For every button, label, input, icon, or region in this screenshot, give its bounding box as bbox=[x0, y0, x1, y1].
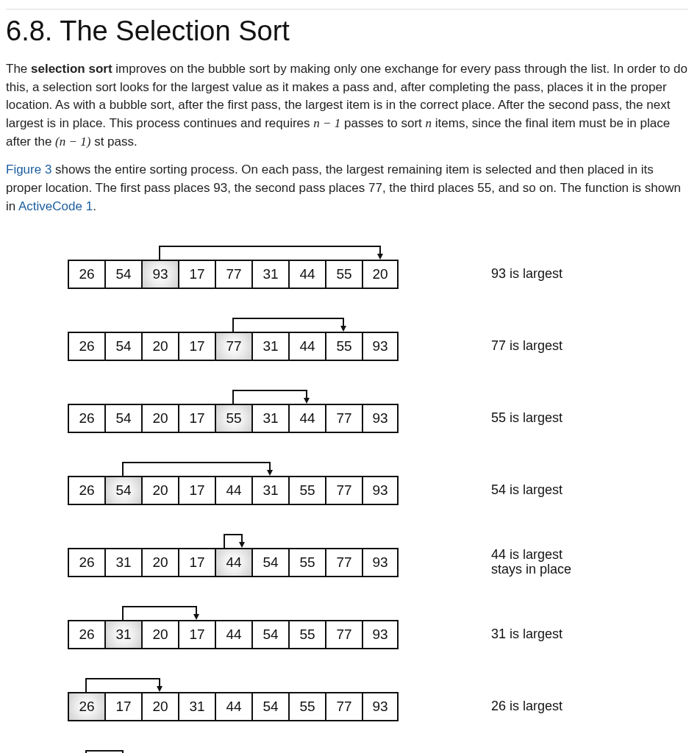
array-cell: 31 bbox=[104, 548, 141, 577]
text: passes to sort bbox=[340, 116, 425, 130]
array-cell: 93 bbox=[362, 692, 399, 721]
sort-pass-row: 20172631445555779320 is largest bbox=[68, 738, 626, 753]
array-cell: 54 bbox=[104, 260, 141, 289]
array-cell: 77 bbox=[325, 404, 362, 433]
figure-3-link[interactable]: Figure 3 bbox=[6, 163, 51, 176]
term-selection-sort: selection sort bbox=[31, 62, 113, 76]
pass-label: 44 is largest stays in place bbox=[491, 548, 571, 577]
svg-marker-3 bbox=[267, 470, 273, 476]
sort-pass-row: 26542017773144559377 is largest bbox=[68, 305, 626, 377]
array-cell: 55 bbox=[288, 476, 325, 505]
text: The bbox=[6, 62, 31, 76]
pass-label: 93 is largest bbox=[491, 260, 562, 289]
array-cell: 44 bbox=[215, 620, 251, 649]
swap-arrow-icon bbox=[68, 521, 450, 548]
array-cell: 26 bbox=[68, 404, 104, 433]
intro-paragraph-1: The selection sort improves on the bubbl… bbox=[6, 60, 688, 151]
pass-label: 31 is largest bbox=[491, 620, 562, 649]
array-cell: 17 bbox=[178, 620, 215, 649]
math-n-minus-1: n − 1 bbox=[313, 116, 340, 130]
pass-label: 55 is largest bbox=[491, 404, 562, 433]
array-boxes: 263120174454557793 bbox=[68, 620, 399, 649]
array-cell: 26 bbox=[68, 548, 104, 577]
array-boxes: 263120174454557793 bbox=[68, 548, 399, 577]
array-cell: 77 bbox=[325, 476, 362, 505]
array-cell: 26 bbox=[68, 332, 104, 361]
array-cell: 26 bbox=[68, 476, 104, 505]
array-cell: 17 bbox=[104, 692, 141, 721]
pass-label: 54 is largest bbox=[491, 476, 562, 505]
swap-arrow-icon bbox=[68, 377, 450, 404]
array-cell: 26 bbox=[68, 260, 104, 289]
array-cell: 93 bbox=[362, 332, 399, 361]
svg-marker-6 bbox=[157, 686, 162, 692]
array-cell: 54 bbox=[104, 404, 141, 433]
array-cell: 44 bbox=[288, 404, 325, 433]
text: . bbox=[93, 199, 96, 213]
array-cell: 20 bbox=[141, 548, 178, 577]
array-cell: 93 bbox=[362, 476, 399, 505]
array-cell: 93 bbox=[141, 260, 178, 289]
array-cell: 44 bbox=[288, 260, 325, 289]
array-cell: 54 bbox=[251, 620, 288, 649]
page-title: 6.8. The Selection Sort bbox=[6, 9, 688, 51]
sort-pass-row: 26542017553144779355 is largest bbox=[68, 377, 626, 449]
pass-label: 26 is largest bbox=[491, 692, 562, 721]
array-boxes: 261720314454557793 bbox=[68, 692, 399, 721]
array-cell: 77 bbox=[325, 620, 362, 649]
swap-arrow-icon bbox=[68, 305, 450, 332]
array-cell: 55 bbox=[325, 332, 362, 361]
array-cell: 77 bbox=[215, 332, 251, 361]
array-boxes: 265420177731445593 bbox=[68, 332, 399, 361]
array-cell: 31 bbox=[104, 620, 141, 649]
array-cell: 17 bbox=[178, 548, 215, 577]
array-cell: 20 bbox=[141, 332, 178, 361]
array-boxes: 265420174431557793 bbox=[68, 476, 399, 505]
sort-pass-row: 26312017445455779344 is largest stays in… bbox=[68, 521, 626, 593]
selection-sort-figure: 26549317773144552093 is largest 26542017… bbox=[68, 233, 626, 753]
array-cell: 20 bbox=[141, 404, 178, 433]
array-cell: 17 bbox=[178, 260, 215, 289]
array-cell: 31 bbox=[178, 692, 215, 721]
array-cell: 20 bbox=[141, 692, 178, 721]
array-cell: 54 bbox=[251, 692, 288, 721]
activecode-1-link[interactable]: ActiveCode 1 bbox=[18, 199, 93, 213]
sort-pass-row: 26312017445455779331 is largest bbox=[68, 593, 626, 665]
array-cell: 55 bbox=[288, 548, 325, 577]
swap-arrow-icon bbox=[68, 593, 450, 620]
array-cell: 77 bbox=[325, 692, 362, 721]
svg-marker-2 bbox=[304, 398, 310, 404]
array-cell: 26 bbox=[68, 620, 104, 649]
pass-label: 77 is largest bbox=[491, 332, 562, 361]
swap-arrow-icon bbox=[68, 449, 450, 476]
array-cell: 17 bbox=[178, 476, 215, 505]
array-cell: 20 bbox=[141, 476, 178, 505]
array-cell: 55 bbox=[325, 260, 362, 289]
math-n-minus-1-paren: (n − 1) bbox=[55, 135, 90, 149]
swap-arrow-icon bbox=[68, 738, 450, 753]
array-cell: 54 bbox=[104, 476, 141, 505]
array-cell: 20 bbox=[362, 260, 399, 289]
array-cell: 44 bbox=[215, 476, 251, 505]
intro-paragraph-2: Figure 3 shows the entire sorting proces… bbox=[6, 161, 688, 215]
text: shows the entire sorting process. On eac… bbox=[6, 163, 681, 213]
sort-pass-row: 26542017443155779354 is largest bbox=[68, 449, 626, 521]
math-n: n bbox=[426, 116, 432, 130]
array-cell: 55 bbox=[215, 404, 251, 433]
array-cell: 93 bbox=[362, 404, 399, 433]
array-cell: 26 bbox=[68, 692, 104, 721]
array-cell: 77 bbox=[325, 548, 362, 577]
array-cell: 20 bbox=[141, 620, 178, 649]
swap-arrow-icon bbox=[68, 233, 450, 260]
svg-marker-5 bbox=[193, 614, 199, 620]
array-boxes: 265493177731445520 bbox=[68, 260, 399, 289]
array-cell: 44 bbox=[215, 548, 251, 577]
sort-pass-row: 26549317773144552093 is largest bbox=[68, 233, 626, 305]
svg-marker-0 bbox=[377, 254, 383, 260]
swap-arrow-icon bbox=[68, 665, 450, 692]
array-cell: 44 bbox=[215, 692, 251, 721]
sort-pass-row: 26172031445455779326 is largest bbox=[68, 665, 626, 738]
array-cell: 31 bbox=[251, 404, 288, 433]
array-cell: 55 bbox=[288, 620, 325, 649]
array-cell: 17 bbox=[178, 404, 215, 433]
